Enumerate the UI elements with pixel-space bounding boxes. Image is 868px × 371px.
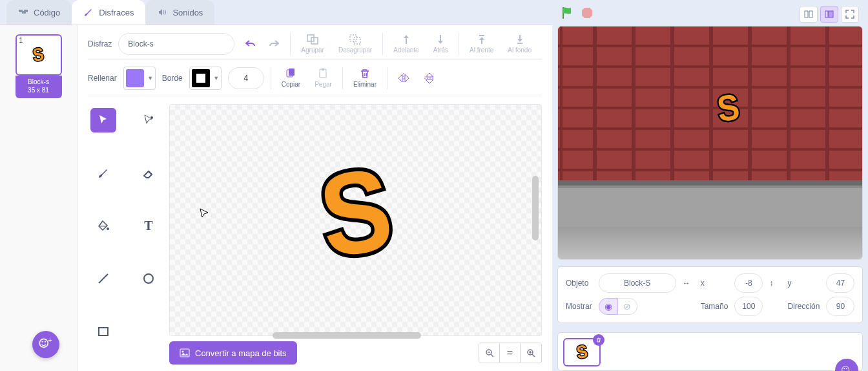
sprite-info-panel: Objeto Block-S ↔ x -8 ↕ y 47 Mostrar ◉ ⊘…	[557, 266, 863, 323]
tab-code[interactable]: Código	[6, 0, 72, 25]
svg-text:+: +	[48, 336, 52, 344]
svg-marker-31	[582, 8, 592, 18]
eraser-tool[interactable]	[136, 161, 161, 186]
front-button[interactable]: Al frente	[466, 34, 497, 54]
select-tool[interactable]	[90, 108, 116, 132]
hide-button[interactable]: ⊘	[618, 298, 637, 315]
svg-rect-8	[311, 37, 318, 44]
svg-rect-32	[805, 11, 808, 17]
tabs: Código Disfraces Sonidos	[0, 0, 552, 25]
reshape-tool[interactable]	[136, 108, 161, 132]
svg-rect-10	[354, 37, 360, 44]
svg-rect-9	[350, 35, 356, 41]
zoom-out-button[interactable]	[479, 343, 500, 363]
fill-color-picker[interactable]: ▼	[123, 67, 156, 90]
redo-button[interactable]	[264, 34, 284, 54]
tab-costumes[interactable]: Disfraces	[72, 0, 145, 25]
delete-sprite-button[interactable]	[593, 334, 604, 346]
tab-code-label: Código	[34, 8, 60, 17]
x-label: x	[701, 279, 728, 288]
costume-label: Disfraz	[88, 39, 112, 48]
scrollbar-vertical[interactable]	[532, 176, 539, 240]
show-label: Mostrar	[566, 302, 592, 311]
line-tool[interactable]	[90, 266, 116, 291]
y-icon: ↕	[769, 279, 781, 288]
fullscreen-button[interactable]	[841, 6, 859, 23]
svg-point-17	[150, 116, 153, 119]
zoom-in-button[interactable]	[521, 343, 541, 363]
s-glyph-icon: SS	[575, 341, 588, 363]
copy-button[interactable]: Copiar	[278, 68, 304, 88]
outline-swatch	[192, 69, 210, 87]
behind-button[interactable]: Al fondo	[504, 34, 535, 54]
sprite-name-input[interactable]: Block-S	[599, 273, 676, 293]
fill-label: Rellenar	[88, 74, 117, 83]
delete-button[interactable]: Eliminar	[349, 68, 380, 88]
svg-point-3	[39, 339, 48, 347]
flip-horizontal-button[interactable]	[394, 69, 413, 88]
svg-line-30	[532, 354, 535, 357]
green-flag-button[interactable]	[561, 6, 574, 23]
svg-rect-7	[307, 35, 314, 41]
paste-button[interactable]: Pegar	[311, 68, 336, 88]
costume-caption: Block-s 35 x 81	[16, 76, 62, 98]
y-input[interactable]: 47	[826, 273, 854, 293]
visibility-toggle: ◉ ⊘	[599, 298, 676, 315]
scrollbar-horizontal[interactable]	[273, 332, 421, 339]
costume-thumbnail[interactable]: 1 SS	[16, 34, 62, 76]
svg-line-26	[491, 354, 493, 357]
ungroup-button[interactable]: Desagrupar	[335, 34, 376, 54]
image-icon	[180, 348, 190, 358]
svg-rect-35	[829, 11, 833, 17]
group-button[interactable]: Agrupar	[297, 34, 328, 54]
add-sprite-button[interactable]	[835, 359, 858, 371]
zoom-reset-button[interactable]: =	[500, 343, 521, 363]
forward-button[interactable]: Adelante	[389, 34, 422, 54]
fill-swatch	[126, 69, 144, 87]
svg-point-23	[182, 351, 184, 353]
flip-vertical-button[interactable]	[420, 69, 439, 88]
circle-tool[interactable]	[136, 266, 161, 291]
svg-point-39	[846, 368, 847, 369]
y-label: y	[787, 279, 820, 288]
chevron-down-icon: ▼	[212, 75, 221, 81]
show-button[interactable]: ◉	[599, 298, 618, 315]
size-input[interactable]: 100	[734, 297, 763, 316]
direction-label: Dirección	[787, 302, 820, 311]
outline-label: Borde	[162, 74, 183, 83]
stop-button[interactable]	[581, 6, 594, 22]
outline-width-input[interactable]	[228, 67, 264, 89]
costume-name-input[interactable]	[118, 33, 234, 55]
undo-button[interactable]	[241, 34, 260, 54]
text-tool[interactable]: T	[136, 214, 161, 238]
stage[interactable]: SS	[557, 26, 863, 260]
canvas-s-glyph: SS	[312, 141, 400, 283]
stage-small-button[interactable]	[800, 6, 818, 23]
size-label: Tamaño	[701, 302, 728, 311]
brush-tool[interactable]	[90, 161, 116, 186]
sprite-list: SS	[557, 332, 863, 371]
x-icon: ↔	[683, 279, 694, 288]
svg-rect-2	[24, 10, 28, 12]
canvas[interactable]: SS	[169, 104, 542, 336]
svg-rect-12	[289, 69, 294, 76]
rect-tool[interactable]	[90, 319, 116, 344]
tab-sounds[interactable]: Sonidos	[145, 0, 214, 25]
direction-input[interactable]: 90	[826, 297, 854, 316]
sound-icon	[157, 7, 167, 17]
svg-rect-34	[825, 11, 828, 17]
costume-index: 1	[19, 37, 23, 44]
fill-tool[interactable]	[90, 214, 116, 238]
convert-bitmap-button[interactable]: Convertir a mapa de bits	[169, 341, 297, 365]
outline-color-picker[interactable]: ▼	[189, 67, 222, 90]
back-button[interactable]: Atrás	[429, 34, 452, 54]
sprite-card[interactable]: SS	[563, 338, 601, 366]
svg-point-5	[45, 341, 46, 343]
svg-line-19	[99, 274, 108, 283]
stage-large-button[interactable]	[820, 6, 838, 23]
add-costume-button[interactable]: +	[32, 331, 59, 358]
s-glyph-icon: SS	[32, 44, 45, 66]
costume-sidebar: 1 SS Block-s 35 x 81 +	[0, 25, 78, 371]
svg-rect-14	[322, 69, 324, 70]
x-input[interactable]: -8	[734, 273, 763, 293]
